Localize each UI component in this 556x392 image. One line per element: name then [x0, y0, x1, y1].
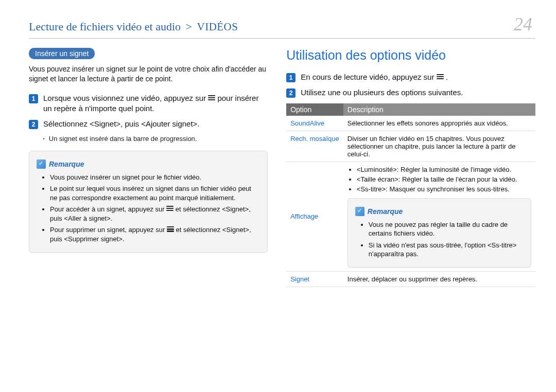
note-item: Pour accéder à un signet, appuyez sur et…	[50, 205, 260, 223]
step-1-text: Lorsque vous visionnez une vidéo, appuye…	[43, 93, 268, 114]
affichage-bullets: <Luminosité>: Régler la luminosité de l'…	[348, 166, 531, 193]
page: Lecture de fichiers vidéo et audio > VID…	[0, 0, 556, 392]
left-column: Insérer un signet Vous pouvez insérer un…	[29, 48, 268, 287]
note-item: Pour supprimer un signet, appuyez sur et…	[50, 225, 260, 243]
th-description: Description	[343, 103, 535, 116]
table-row: Rech. mosaïque Diviser un fichier vidéo …	[286, 131, 535, 162]
note-item: Si la vidéo n'est pas sous-titrée, l'opt…	[369, 241, 524, 259]
opt-rech: Rech. mosaïque	[286, 131, 343, 162]
breadcrumb: Lecture de fichiers vidéo et audio > VID…	[29, 20, 238, 33]
page-header: Lecture de fichiers vidéo et audio > VID…	[29, 13, 532, 35]
affichage-bullet: <Taille écran>: Régler la taille de l'éc…	[357, 175, 531, 183]
note-head: Remarque	[355, 207, 524, 216]
header-divider	[29, 38, 535, 39]
page-number: 24	[514, 13, 532, 35]
note-label: Remarque	[368, 207, 403, 216]
step-2-sub-item: Un signet est inséré dans la barre de pr…	[43, 135, 268, 142]
step-badge-1: 1	[29, 94, 38, 103]
note-item: Vous pouvez insérer un signet pour le fi…	[50, 173, 260, 182]
step-2-sub: Un signet est inséré dans la barre de pr…	[29, 135, 268, 142]
step-2: 2 Sélectionnez <Signet>, puis <Ajouter s…	[29, 119, 268, 129]
options-table: Option Description SoundAlive Sélectionn…	[286, 103, 535, 287]
section-heading: Utilisation des options vidéo	[286, 48, 535, 63]
affichage-bullet: <Luminosité>: Régler la luminosité de l'…	[357, 166, 531, 173]
breadcrumb-main: Lecture de fichiers vidéo et audio	[29, 20, 181, 33]
opt-signet-desc: Insérer, déplacer ou supprimer des repèr…	[343, 271, 535, 287]
section-pill-insert-bookmark: Insérer un signet	[29, 48, 95, 59]
note-cube-icon	[355, 207, 364, 216]
step-badge-1: 1	[286, 73, 296, 82]
step-1-text-before: Lorsque vous visionnez une vidéo, appuye…	[43, 94, 208, 102]
step-badge-2: 2	[29, 120, 38, 129]
note-box-left: Remarque Vous pouvez insérer un signet p…	[29, 151, 268, 253]
r-step-1: 1 En cours de lecture vidéo, appuyez sur…	[286, 72, 535, 82]
note-cube-icon	[37, 159, 46, 169]
step-2-text: Sélectionnez <Signet>, puis <Ajouter sig…	[43, 119, 200, 129]
menu-icon	[208, 94, 215, 101]
r-step-2: 2 Utilisez une ou plusieurs des options …	[286, 87, 535, 98]
menu-icon	[167, 225, 174, 233]
columns: Insérer un signet Vous pouvez insérer un…	[29, 48, 535, 287]
note-item-before: Pour supprimer un signet, appuyez sur	[50, 226, 167, 234]
note-box-affichage: Remarque Vous ne pouvez pas régler la ta…	[348, 198, 531, 268]
opt-soundalive: SoundAlive	[286, 116, 343, 131]
note-list: Vous ne pouvez pas régler la taille du c…	[355, 220, 524, 259]
note-item-before: Pour accéder à un signet, appuyez sur	[50, 205, 166, 213]
opt-signet: Signet	[286, 271, 343, 287]
intro-paragraph: Vous pouvez insérer un signet sur le poi…	[29, 64, 268, 84]
r-step-2-text: Utilisez une ou plusieurs des options su…	[301, 87, 463, 98]
step-badge-2: 2	[286, 88, 296, 98]
th-option: Option	[286, 103, 343, 116]
note-item: Vous ne pouvez pas régler la taille du c…	[369, 220, 524, 238]
table-row: SoundAlive Sélectionner les effets sonor…	[286, 116, 535, 131]
opt-affichage: Affichage	[286, 162, 343, 271]
opt-soundalive-desc: Sélectionner les effets sonores appropri…	[343, 116, 535, 131]
breadcrumb-sub: VIDÉOS	[197, 21, 238, 33]
affichage-bullet: <Ss-titre>: Masquer ou synchroniser les …	[357, 185, 531, 193]
opt-affichage-desc: <Luminosité>: Régler la luminosité de l'…	[343, 162, 535, 271]
opt-rech-desc: Diviser un fichier vidéo en 15 chapitres…	[343, 131, 535, 162]
breadcrumb-sep: >	[184, 20, 194, 33]
note-head: Remarque	[37, 159, 260, 169]
r-step-1-text: En cours de lecture vidéo, appuyez sur .	[301, 72, 448, 82]
r-step-1-after: .	[446, 73, 448, 81]
r-step-1-before: En cours de lecture vidéo, appuyez sur	[301, 73, 436, 81]
table-row: Signet Insérer, déplacer ou supprimer de…	[286, 271, 535, 287]
step-1: 1 Lorsque vous visionnez une vidéo, appu…	[29, 93, 268, 114]
menu-icon	[166, 205, 173, 212]
note-item: Le point sur lequel vous insérez un sign…	[50, 184, 260, 202]
menu-icon	[437, 73, 444, 80]
note-label: Remarque	[49, 160, 84, 168]
note-list: Vous pouvez insérer un signet pour le fi…	[37, 173, 260, 244]
right-column: Utilisation des options vidéo 1 En cours…	[286, 48, 535, 287]
table-row: Affichage <Luminosité>: Régler la lumino…	[286, 162, 535, 271]
